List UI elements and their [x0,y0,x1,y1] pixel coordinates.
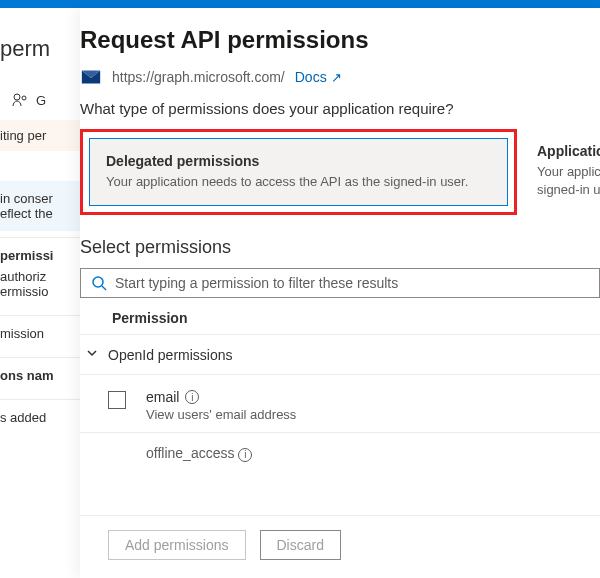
permission-name-offline: offline_access i [146,445,252,462]
bg-block-permissions: permissi authoriz ermissio [0,238,80,309]
api-row: https://graph.microsoft.com/ Docs ↗ [80,68,600,100]
permission-item-offline-access: offline_access i [80,432,600,462]
svg-point-0 [14,94,20,100]
docs-link[interactable]: Docs ↗ [295,69,342,85]
bg-row-g: G [0,80,80,120]
delegated-highlight-box: Delegated permissions Your application n… [80,129,517,215]
bg-consent-banner: in conser eflect the [0,181,80,231]
bg-block-mission: mission [0,316,80,351]
bg-block1-l1: authoriz [0,269,80,284]
checkbox-email[interactable] [108,391,126,409]
application-permissions-card[interactable]: Application Your applica signed-in us [537,129,600,215]
bg-editing-banner: iting per [0,120,80,151]
top-accent-bar [0,0,600,8]
perm-email-text: email [146,389,179,405]
external-link-icon: ↗ [331,70,342,85]
bg-row-g-text: G [36,93,46,108]
api-url: https://graph.microsoft.com/ [112,69,285,85]
group-openid-permissions[interactable]: OpenId permissions [80,334,600,375]
add-permissions-button[interactable]: Add permissions [108,530,246,560]
application-desc-l2: signed-in us [537,181,600,199]
permission-type-question: What type of permissions does your appli… [80,100,600,117]
application-desc-l1: Your applica [537,163,600,181]
bg-heading: perm [0,8,80,62]
discard-button[interactable]: Discard [260,530,341,560]
chevron-down-icon [84,345,100,364]
people-icon [12,92,28,108]
application-title: Application [537,143,600,159]
background-page-partial: perm G iting per in conser eflect the pe… [0,8,80,578]
bg-block-onsnam: ons nam [0,358,80,393]
perm-offline-text: offline_access [146,445,234,461]
permission-desc-email: View users' email address [146,407,296,422]
bg-banner2-l2: eflect the [0,206,80,221]
svg-point-1 [22,96,26,100]
mail-icon [80,68,102,86]
info-icon[interactable]: i [238,448,252,462]
request-permissions-panel: Request API permissions https://graph.mi… [80,8,600,578]
panel-title: Request API permissions [80,26,600,68]
bg-block-sadded: s added [0,400,80,435]
panel-footer: Add permissions Discard [80,515,600,578]
group-openid-label: OpenId permissions [108,347,233,363]
permission-name-email: email i [146,389,296,405]
delegated-permissions-card[interactable]: Delegated permissions Your application n… [89,138,508,206]
permission-search-box[interactable] [80,268,600,298]
delegated-desc: Your application needs to access the API… [106,173,491,191]
column-header-permission: Permission [80,298,600,334]
permission-type-row: Delegated permissions Your application n… [80,129,600,215]
svg-point-2 [93,277,103,287]
bg-banner2-l1: in conser [0,191,80,206]
bg-block1-t: permissi [0,248,80,263]
delegated-title: Delegated permissions [106,153,491,169]
svg-line-3 [102,286,106,290]
permission-search-input[interactable] [115,275,589,291]
permission-item-email: email i View users' email address [80,375,600,432]
bg-block1-l2: ermissio [0,284,80,299]
bg-banner1-l1: iting per [0,128,80,143]
select-permissions-heading: Select permissions [80,237,600,258]
search-icon [91,275,107,291]
info-icon[interactable]: i [185,390,199,404]
docs-link-label: Docs [295,69,327,85]
